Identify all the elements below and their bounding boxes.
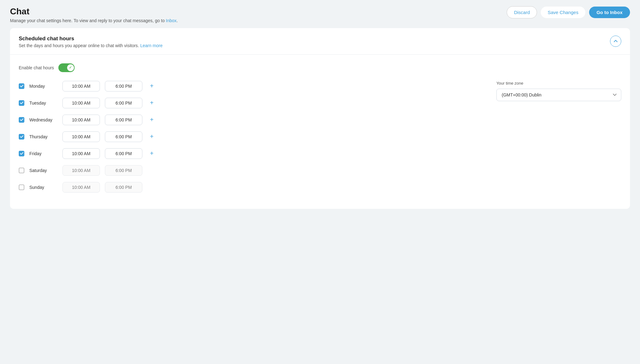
day-checkbox-monday[interactable] — [19, 83, 24, 89]
day-name-thursday: Thursday — [29, 134, 57, 139]
start-time-sunday — [62, 182, 100, 193]
checkmark-icon — [20, 118, 23, 121]
schedule-row: Tuesday + — [19, 98, 484, 108]
start-time-saturday — [62, 165, 100, 176]
end-time-thursday[interactable] — [105, 131, 142, 142]
header-actions: Discard Save Changes Go to Inbox — [507, 6, 630, 18]
enable-toggle[interactable]: ✓ — [58, 63, 75, 72]
checkmark-icon — [20, 101, 23, 105]
day-name-monday: Monday — [29, 84, 57, 89]
end-time-friday[interactable] — [105, 148, 142, 159]
end-time-wednesday[interactable] — [105, 115, 142, 125]
day-name-saturday: Saturday — [29, 168, 57, 173]
scheduled-hours-card: Scheduled chat hours Set the days and ho… — [10, 28, 630, 209]
chevron-up-icon — [613, 39, 618, 43]
schedule-row: Monday + — [19, 81, 484, 91]
toggle-check-icon: ✓ — [69, 66, 72, 70]
add-time-button-wednesday[interactable]: + — [147, 116, 156, 124]
add-time-button-tuesday[interactable]: + — [147, 99, 156, 107]
day-checkbox-tuesday[interactable] — [19, 100, 24, 106]
day-name-sunday: Sunday — [29, 185, 57, 190]
schedule-days: Monday + Tuesday + Wednesday + Thursda — [19, 81, 484, 199]
learn-more-link[interactable]: Learn more — [140, 43, 163, 48]
schedule-row: Sunday — [19, 182, 484, 193]
discard-button[interactable]: Discard — [507, 6, 537, 18]
timezone-label: Your time zone — [496, 81, 621, 86]
start-time-thursday[interactable] — [62, 131, 100, 142]
day-checkbox-saturday[interactable] — [19, 168, 24, 173]
day-name-friday: Friday — [29, 151, 57, 156]
end-time-saturday — [105, 165, 142, 176]
goto-inbox-button[interactable]: Go to Inbox — [589, 7, 630, 18]
day-checkbox-wednesday[interactable] — [19, 117, 24, 123]
card-header: Scheduled chat hours Set the days and ho… — [10, 28, 630, 55]
header-left: Chat Manage your chat settings here. To … — [10, 6, 178, 23]
page-subtitle: Manage your chat settings here. To view … — [10, 18, 178, 23]
add-time-button-monday[interactable]: + — [147, 82, 156, 91]
timezone-section: Your time zone (GMT-12:00) International… — [496, 81, 621, 199]
day-name-tuesday: Tuesday — [29, 101, 57, 106]
schedule-row: Friday + — [19, 148, 484, 159]
day-checkbox-friday[interactable] — [19, 151, 24, 156]
save-button[interactable]: Save Changes — [541, 7, 585, 18]
schedule-row: Saturday — [19, 165, 484, 176]
schedule-container: Monday + Tuesday + Wednesday + Thursda — [19, 81, 621, 199]
start-time-tuesday[interactable] — [62, 98, 100, 108]
page-title: Chat — [10, 6, 178, 17]
timezone-select[interactable]: (GMT-12:00) International Date Line West… — [496, 89, 621, 101]
enable-row: Enable chat hours ✓ — [19, 63, 621, 72]
schedule-row: Wednesday + — [19, 115, 484, 125]
end-time-tuesday[interactable] — [105, 98, 142, 108]
add-time-button-friday[interactable]: + — [147, 149, 156, 158]
checkmark-icon — [20, 84, 23, 88]
inbox-link[interactable]: Inbox — [166, 18, 176, 23]
main-content: Scheduled chat hours Set the days and ho… — [0, 28, 640, 219]
end-time-monday[interactable] — [105, 81, 142, 91]
card-body: Enable chat hours ✓ Monday — [10, 55, 630, 209]
start-time-wednesday[interactable] — [62, 115, 100, 125]
start-time-monday[interactable] — [62, 81, 100, 91]
day-checkbox-sunday[interactable] — [19, 184, 24, 190]
add-time-button-thursday[interactable]: + — [147, 132, 156, 141]
toggle-track: ✓ — [58, 63, 75, 72]
card-header-left: Scheduled chat hours Set the days and ho… — [19, 36, 163, 48]
toggle-thumb: ✓ — [67, 64, 74, 71]
card-title: Scheduled chat hours — [19, 36, 163, 42]
card-description: Set the days and hours you appear online… — [19, 43, 163, 48]
schedule-row: Thursday + — [19, 131, 484, 142]
day-checkbox-thursday[interactable] — [19, 134, 24, 140]
day-name-wednesday: Wednesday — [29, 117, 57, 122]
enable-label: Enable chat hours — [19, 65, 54, 70]
checkmark-icon — [20, 152, 23, 155]
checkmark-icon — [20, 135, 23, 138]
end-time-sunday — [105, 182, 142, 193]
collapse-button[interactable] — [610, 36, 621, 47]
start-time-friday[interactable] — [62, 148, 100, 159]
page-header: Chat Manage your chat settings here. To … — [0, 0, 640, 28]
